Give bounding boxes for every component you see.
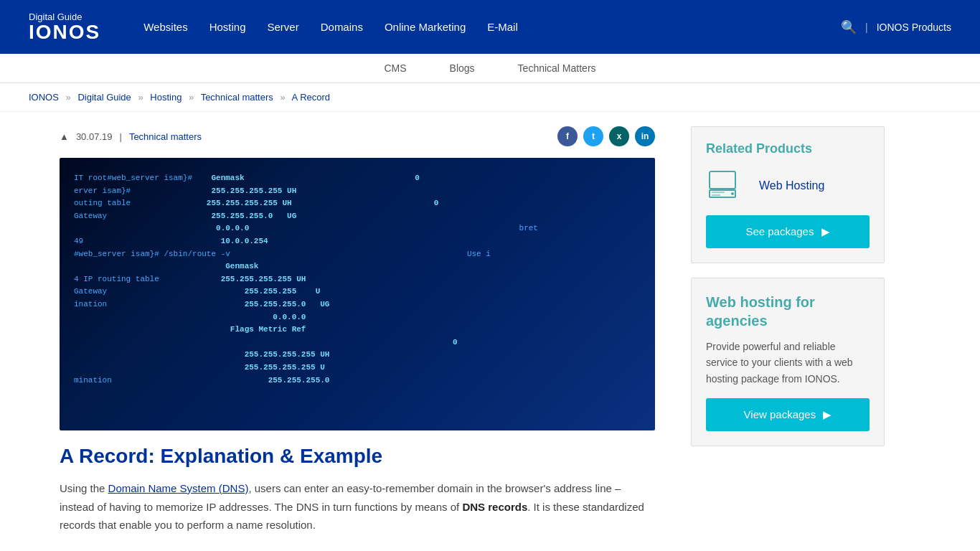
- web-hosting-product-name: Web Hosting: [759, 179, 824, 192]
- nav-separator: |: [865, 22, 868, 33]
- nav-websites[interactable]: Websites: [143, 21, 187, 33]
- sub-nav-technical-matters[interactable]: Technical Matters: [518, 62, 596, 74]
- article-category-link[interactable]: Technical matters: [129, 131, 202, 142]
- related-products-title: Related Products: [706, 141, 870, 156]
- svg-point-4: [731, 192, 734, 195]
- article-body: Using the Domain Name System (DNS), user…: [60, 479, 655, 534]
- article-hero-image: IT root#web_server isam}# Genmask 0 erve…: [60, 158, 655, 430]
- view-packages-arrow: ▶: [820, 408, 831, 420]
- xing-share-icon[interactable]: x: [609, 126, 629, 146]
- svg-rect-5: [712, 192, 725, 193]
- nav-hosting[interactable]: Hosting: [209, 21, 246, 33]
- code-image-overlay: IT root#web_server isam}# Genmask 0 erve…: [60, 158, 655, 430]
- main-content: ▲ 30.07.19 | Technical matters f t x in …: [60, 112, 677, 549]
- dns-link[interactable]: Domain Name System (DNS): [108, 482, 249, 494]
- see-packages-arrow: ▶: [818, 225, 829, 237]
- breadcrumb-ionos[interactable]: IONOS: [29, 92, 59, 103]
- breadcrumb-sep-4: »: [280, 92, 285, 103]
- view-packages-button[interactable]: View packages ▶: [706, 398, 870, 431]
- agencies-box: Web hosting for agencies Provide powerfu…: [691, 278, 885, 446]
- sidebar: Related Products Web Hosting: [677, 112, 885, 549]
- article-title: A Record: Explanation & Example: [60, 445, 655, 468]
- related-products-box: Related Products Web Hosting: [691, 126, 885, 263]
- nav-server[interactable]: Server: [268, 21, 299, 33]
- product-row: Web Hosting: [706, 168, 870, 204]
- main-layout: ▲ 30.07.19 | Technical matters f t x in …: [31, 112, 949, 549]
- sub-nav-cms[interactable]: CMS: [384, 62, 406, 74]
- nav-online-marketing[interactable]: Online Marketing: [385, 21, 466, 33]
- breadcrumb-sep-2: »: [138, 92, 143, 103]
- breadcrumb-a-record[interactable]: A Record: [292, 92, 330, 103]
- meta-line: ▲ 30.07.19 | Technical matters f t x in: [60, 126, 655, 146]
- dns-records-bold: DNS records: [462, 501, 527, 513]
- svg-rect-0: [710, 171, 735, 189]
- breadcrumb-digital-guide[interactable]: Digital Guide: [77, 92, 131, 103]
- agencies-box-desc: Provide powerful and reliable service to…: [706, 339, 870, 387]
- top-nav: Digital Guide IONOS Websites Hosting Ser…: [0, 0, 980, 54]
- see-packages-button[interactable]: See packages ▶: [706, 215, 870, 248]
- breadcrumb-hosting[interactable]: Hosting: [150, 92, 182, 103]
- main-nav-links: Websites Hosting Server Domains Online M…: [143, 21, 841, 33]
- nav-domains[interactable]: Domains: [321, 21, 363, 33]
- breadcrumb-technical-matters[interactable]: Technical matters: [201, 92, 273, 103]
- ionos-products-link[interactable]: IONOS Products: [877, 22, 951, 33]
- facebook-share-icon[interactable]: f: [557, 126, 578, 146]
- sub-nav: CMS Blogs Technical Matters: [0, 54, 980, 83]
- breadcrumb: IONOS » Digital Guide » Hosting » Techni…: [0, 83, 980, 112]
- clock-icon: ▲: [60, 131, 69, 142]
- breadcrumb-sep-3: »: [189, 92, 194, 103]
- logo-area: Digital Guide IONOS: [29, 11, 100, 42]
- meta-separator: |: [119, 131, 121, 142]
- agencies-box-title: Web hosting for agencies: [706, 293, 870, 330]
- svg-rect-6: [712, 194, 720, 196]
- article-date: 30.07.19: [76, 131, 113, 142]
- product-icon-wrap: [706, 168, 749, 204]
- social-icons: f t x in: [557, 126, 655, 146]
- sub-nav-blogs[interactable]: Blogs: [450, 62, 475, 74]
- article-paragraph-1: Using the Domain Name System (DNS), user…: [60, 479, 655, 534]
- search-icon[interactable]: 🔍: [841, 19, 857, 35]
- ionos-logo: IONOS: [29, 22, 100, 42]
- linkedin-share-icon[interactable]: in: [635, 126, 655, 146]
- nav-right: 🔍 | IONOS Products: [841, 19, 951, 35]
- twitter-share-icon[interactable]: t: [583, 126, 603, 146]
- web-hosting-icon: [708, 170, 747, 202]
- nav-email[interactable]: E-Mail: [487, 21, 518, 33]
- breadcrumb-sep-1: »: [66, 92, 71, 103]
